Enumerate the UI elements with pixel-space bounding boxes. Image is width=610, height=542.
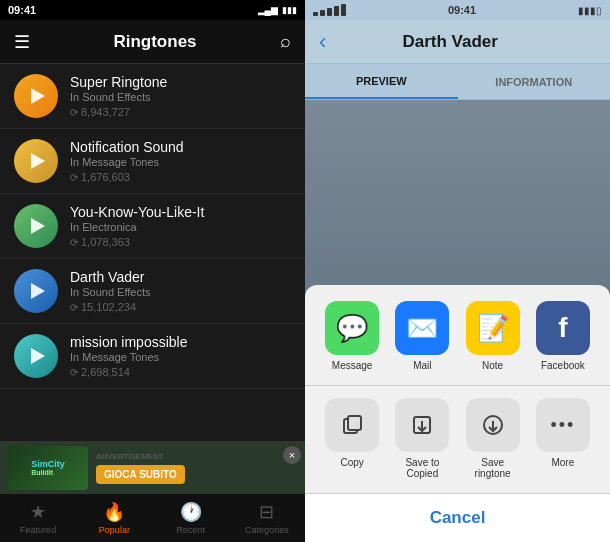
signal-icon	[313, 4, 346, 16]
share-note-label: Note	[482, 360, 503, 371]
share-message[interactable]: 💬 Message	[325, 301, 379, 371]
ringtone-category-1: In Sound Effects	[70, 91, 291, 103]
save-ringtone-icon	[466, 398, 520, 452]
svg-rect-1	[348, 416, 361, 430]
ringtone-name-2: Notification Sound	[70, 139, 291, 155]
ad-cta-button[interactable]: GIOCA SUBITO	[96, 465, 185, 484]
ringtone-category-5: In Message Tones	[70, 351, 291, 363]
left-panel: 09:41 ▂▄▆ ▮▮▮ ☰ Ringtones ⌕ Super Ringto…	[0, 0, 305, 542]
share-more-label: More	[551, 457, 574, 468]
share-facebook-label: Facebook	[541, 360, 585, 371]
ad-close-button[interactable]: ×	[283, 446, 301, 464]
search-icon[interactable]: ⌕	[280, 31, 291, 52]
menu-icon[interactable]: ☰	[14, 31, 30, 53]
ringtone-downloads-1: 8,943,727	[70, 106, 291, 118]
share-divider-1	[305, 385, 610, 386]
right-header: ‹ Darth Vader	[305, 20, 610, 64]
share-save-copied[interactable]: Save to Copied	[395, 398, 449, 479]
tab-information[interactable]: INFORMATION	[458, 64, 611, 99]
share-facebook[interactable]: f Facebook	[536, 301, 590, 371]
ad-label: ADVERTISEMENT	[96, 452, 297, 461]
wifi-icon: ▂▄▆	[258, 5, 278, 15]
more-icon: •••	[536, 398, 590, 452]
play-button-3[interactable]	[14, 204, 58, 248]
ringtone-name-3: You-Know-You-Like-It	[70, 204, 291, 220]
ringtone-list: Super Ringtone In Sound Effects 8,943,72…	[0, 64, 305, 441]
share-copy-label: Copy	[340, 457, 363, 468]
share-mail[interactable]: ✉️ Mail	[395, 301, 449, 371]
share-save-ringtone[interactable]: Save ringtone	[466, 398, 520, 479]
share-note[interactable]: 📝 Note	[466, 301, 520, 371]
note-icon: 📝	[466, 301, 520, 355]
play-button-2[interactable]	[14, 139, 58, 183]
play-button-1[interactable]	[14, 74, 58, 118]
share-copy[interactable]: Copy	[325, 398, 379, 479]
message-icon: 💬	[325, 301, 379, 355]
ad-banner[interactable]: SimCity BuildIt ADVERTISEMENT GIOCA SUBI…	[0, 441, 305, 493]
tab-categories[interactable]: ⊟ Categories	[229, 501, 305, 535]
right-status-bar: 09:41 ▮▮▮▯	[305, 0, 610, 20]
ringtone-downloads-2: 1,676,603	[70, 171, 291, 183]
list-item[interactable]: Super Ringtone In Sound Effects 8,943,72…	[0, 64, 305, 129]
back-button[interactable]: ‹	[319, 29, 326, 55]
left-status-bar: 09:41 ▂▄▆ ▮▮▮	[0, 0, 305, 20]
recent-icon: 🕐	[180, 501, 202, 523]
list-item[interactable]: Notification Sound In Message Tones 1,67…	[0, 129, 305, 194]
copy-icon	[325, 398, 379, 452]
list-item[interactable]: Darth Vader In Sound Effects 15,102,234	[0, 259, 305, 324]
share-mail-label: Mail	[413, 360, 431, 371]
share-row-2: Copy Save to Copied	[317, 398, 598, 479]
ringtone-category-3: In Electronica	[70, 221, 291, 233]
tab-preview[interactable]: PREVIEW	[305, 64, 458, 99]
share-more[interactable]: ••• More	[536, 398, 590, 479]
cancel-button[interactable]: Cancel	[305, 493, 610, 542]
ringtone-downloads-4: 15,102,234	[70, 301, 291, 313]
right-tabs: PREVIEW INFORMATION	[305, 64, 610, 100]
left-header: ☰ Ringtones ⌕	[0, 20, 305, 64]
ringtone-name-5: mission impossible	[70, 334, 291, 350]
right-battery-icon: ▮▮▮▯	[578, 5, 602, 16]
share-sheet: 💬 Message ✉️ Mail 📝 Note f Facebook	[305, 285, 610, 542]
battery-icon: ▮▮▮	[282, 5, 297, 15]
tab-popular-label: Popular	[99, 525, 130, 535]
tab-featured-label: Featured	[20, 525, 56, 535]
save-copied-icon	[395, 398, 449, 452]
share-sheet-overlay: 💬 Message ✉️ Mail 📝 Note f Facebook	[305, 100, 610, 542]
tab-recent[interactable]: 🕐 Recent	[153, 501, 229, 535]
mail-icon: ✉️	[395, 301, 449, 355]
list-item[interactable]: You-Know-You-Like-It In Electronica 1,07…	[0, 194, 305, 259]
tab-recent-label: Recent	[176, 525, 205, 535]
right-title: Darth Vader	[334, 32, 566, 52]
left-title: Ringtones	[113, 32, 196, 52]
ringtone-info-3: You-Know-You-Like-It In Electronica 1,07…	[70, 204, 291, 248]
ringtone-name-4: Darth Vader	[70, 269, 291, 285]
share-row-1: 💬 Message ✉️ Mail 📝 Note f Facebook	[317, 301, 598, 371]
categories-icon: ⊟	[259, 501, 274, 523]
ad-text: ADVERTISEMENT GIOCA SUBITO	[88, 452, 297, 484]
share-save-copied-label: Save to Copied	[405, 457, 439, 479]
right-time: 09:41	[448, 4, 476, 16]
ringtone-downloads-5: 2,698,514	[70, 366, 291, 378]
tab-featured[interactable]: ★ Featured	[0, 501, 76, 535]
ringtone-name-1: Super Ringtone	[70, 74, 291, 90]
cancel-label: Cancel	[430, 508, 486, 527]
right-content: 💬 Message ✉️ Mail 📝 Note f Facebook	[305, 100, 610, 542]
share-save-ringtone-label: Save ringtone	[475, 457, 511, 479]
play-button-5[interactable]	[14, 334, 58, 378]
share-message-label: Message	[332, 360, 373, 371]
left-time: 09:41	[8, 4, 36, 16]
ringtone-category-4: In Sound Effects	[70, 286, 291, 298]
tab-categories-label: Categories	[245, 525, 289, 535]
ringtone-info-2: Notification Sound In Message Tones 1,67…	[70, 139, 291, 183]
facebook-icon: f	[536, 301, 590, 355]
tab-bar: ★ Featured 🔥 Popular 🕐 Recent ⊟ Categori…	[0, 493, 305, 542]
popular-icon: 🔥	[103, 501, 125, 523]
left-status-icons: ▂▄▆ ▮▮▮	[258, 5, 297, 15]
ringtone-info-5: mission impossible In Message Tones 2,69…	[70, 334, 291, 378]
right-panel: 09:41 ▮▮▮▯ ‹ Darth Vader PREVIEW INFORMA…	[305, 0, 610, 542]
ringtone-downloads-3: 1,078,363	[70, 236, 291, 248]
tab-popular[interactable]: 🔥 Popular	[76, 501, 152, 535]
ringtone-info-1: Super Ringtone In Sound Effects 8,943,72…	[70, 74, 291, 118]
list-item[interactable]: mission impossible In Message Tones 2,69…	[0, 324, 305, 389]
play-button-4[interactable]	[14, 269, 58, 313]
